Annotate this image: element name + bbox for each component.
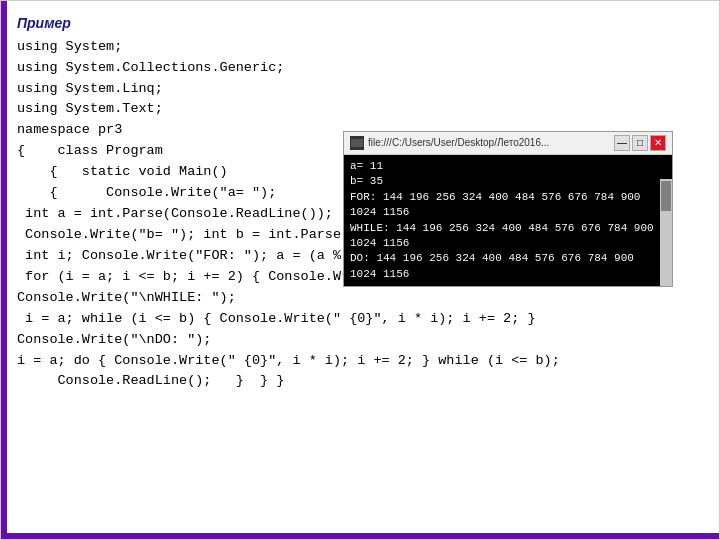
main-container: Пример using System; using System.Collec… [0, 0, 720, 540]
bottom-border-accent [1, 533, 719, 539]
terminal-title: file:///C:/Users/User/Desktop/Лето2016..… [350, 135, 549, 151]
close-button[interactable]: ✕ [650, 135, 666, 151]
code-line-16: i = a; do { Console.Write(" {0}", i * i)… [17, 351, 703, 372]
code-line-17: Console.ReadLine(); } } } [17, 371, 703, 392]
terminal-line-5: DO: 144 196 256 324 400 484 576 676 784 … [350, 251, 666, 282]
code-line-15: Console.Write("\nDO: "); [17, 330, 703, 351]
code-line-2: using System.Collections.Generic; [17, 58, 703, 79]
terminal-line-1: a= 11 [350, 159, 666, 174]
code-line-14: i = a; while (i <= b) { Console.Write(" … [17, 309, 703, 330]
terminal-line-3: FOR: 144 196 256 324 400 484 576 676 784… [350, 190, 666, 221]
svg-rect-1 [351, 139, 363, 147]
terminal-content: a= 11 b= 35 FOR: 144 196 256 324 400 484… [344, 155, 672, 286]
code-line-1: using System; [17, 37, 703, 58]
terminal-titlebar: file:///C:/Users/User/Desktop/Лето2016..… [344, 132, 672, 155]
left-border-accent [1, 1, 7, 539]
minimize-button[interactable]: — [614, 135, 630, 151]
scrollbar-thumb[interactable] [661, 181, 671, 211]
example-label: Пример [17, 13, 703, 35]
code-line-3: using System.Linq; [17, 79, 703, 100]
terminal-line-2: b= 35 [350, 174, 666, 189]
maximize-button[interactable]: □ [632, 135, 648, 151]
terminal-app-icon [350, 136, 364, 150]
terminal-controls: — □ ✕ [614, 135, 666, 151]
terminal-line-4: WHILE: 144 196 256 324 400 484 576 676 7… [350, 221, 666, 252]
terminal-scrollbar[interactable] [660, 179, 672, 286]
code-line-13: Console.Write("\nWHILE: "); [17, 288, 703, 309]
terminal-window: file:///C:/Users/User/Desktop/Лето2016..… [343, 131, 673, 287]
terminal-title-text: file:///C:/Users/User/Desktop/Лето2016..… [368, 135, 549, 151]
code-line-4: using System.Text; [17, 99, 703, 120]
code-area: Пример using System; using System.Collec… [17, 13, 703, 527]
